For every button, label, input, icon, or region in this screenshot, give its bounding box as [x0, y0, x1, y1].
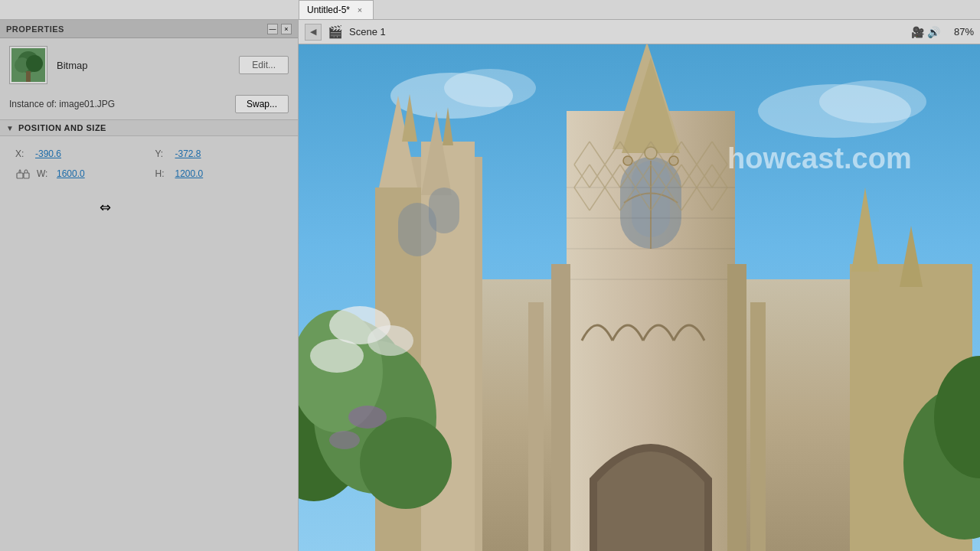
h-value[interactable]: 1200.0	[175, 168, 204, 179]
x-field-row: X: -390.6	[9, 144, 149, 164]
svg-rect-35	[727, 264, 746, 551]
h-field-row: H: 1200.0	[149, 164, 289, 184]
svg-point-47	[329, 431, 360, 449]
svg-point-45	[310, 339, 364, 373]
panel-controls: — ×	[267, 24, 292, 34]
swap-button[interactable]: Swap...	[235, 95, 289, 113]
main-layout: PROPERTIES — × Bitmap E	[0, 20, 980, 551]
section-collapse-arrow: ▼	[6, 124, 14, 132]
properties-panel: PROPERTIES — × Bitmap E	[0, 20, 299, 551]
back-button[interactable]: ◀	[305, 24, 322, 41]
zoom-level[interactable]: 87%	[943, 26, 974, 37]
instance-label: Instance of: image01.JPG	[9, 99, 115, 109]
x-value[interactable]: -390.6	[35, 148, 61, 159]
scene-label: Scene 1	[349, 26, 386, 37]
tab-bar: Untitled-5* ×	[0, 0, 980, 20]
svg-point-3	[26, 55, 43, 72]
h-label: H:	[155, 168, 171, 179]
instance-line: Instance of: image01.JPG Swap...	[0, 92, 298, 119]
zoom-controls: 🎥 🔊 87%	[911, 26, 974, 38]
svg-rect-6	[24, 173, 29, 178]
scene-toolbar: ◀ 🎬 Scene 1 🎥 🔊 87%	[299, 20, 980, 44]
w-value[interactable]: 1600.0	[57, 168, 85, 179]
lock-svg	[16, 168, 30, 179]
scene-icon: 🎬	[328, 24, 343, 39]
y-label: Y:	[155, 148, 171, 159]
panel-close-button[interactable]: ×	[281, 24, 292, 34]
svg-point-91	[623, 156, 632, 165]
svg-point-12	[819, 80, 926, 123]
canvas-area: ◀ 🎬 Scene 1 🎥 🔊 87%	[299, 20, 980, 551]
position-size-section-header[interactable]: ▼ POSITION AND SIZE	[0, 119, 298, 136]
svg-point-10	[444, 69, 536, 107]
section-title: POSITION AND SIZE	[18, 123, 106, 132]
edit-button[interactable]: Edit...	[239, 56, 289, 74]
stage-viewport[interactable]: howcast.com	[299, 44, 980, 551]
x-label: X:	[15, 148, 31, 159]
sound-icon: 🔊	[927, 26, 940, 38]
svg-rect-34	[551, 264, 570, 551]
watermark-text: howcast.com	[727, 142, 912, 174]
active-tab[interactable]: Untitled-5* ×	[299, 0, 374, 19]
w-field-row: W: 1600.0	[9, 164, 149, 184]
bitmap-section: Bitmap Edit...	[0, 38, 298, 92]
tab-close-button[interactable]: ×	[354, 5, 365, 15]
bitmap-label: Bitmap	[57, 60, 87, 71]
svg-point-90	[645, 147, 657, 159]
thumbnail-svg	[11, 48, 45, 82]
svg-point-42	[360, 417, 452, 509]
svg-rect-4	[26, 71, 31, 82]
w-label: W:	[37, 168, 52, 179]
lock-icon[interactable]	[15, 168, 31, 179]
panel-spacer	[0, 191, 298, 551]
cathedral-scene-svg: howcast.com	[299, 44, 980, 551]
panel-title: PROPERTIES	[6, 24, 64, 34]
panel-title-bar: PROPERTIES — ×	[0, 20, 298, 38]
bitmap-thumbnail	[9, 46, 47, 84]
tab-label: Untitled-5*	[307, 5, 350, 15]
svg-rect-36	[528, 302, 544, 551]
panel-minimize-button[interactable]: —	[267, 24, 278, 34]
svg-rect-37	[750, 302, 766, 551]
svg-point-92	[669, 156, 678, 165]
movie-clip-icon: 🎥	[911, 26, 924, 38]
svg-rect-5	[17, 173, 23, 178]
svg-point-44	[368, 325, 413, 356]
svg-rect-29	[429, 187, 459, 233]
y-field-row: Y: -372.8	[149, 144, 289, 164]
bitmap-preview	[11, 48, 45, 82]
position-size-grid: X: -390.6 Y: -372.8 W	[0, 136, 298, 191]
y-value[interactable]: -372.8	[175, 148, 201, 159]
svg-point-46	[348, 406, 387, 429]
